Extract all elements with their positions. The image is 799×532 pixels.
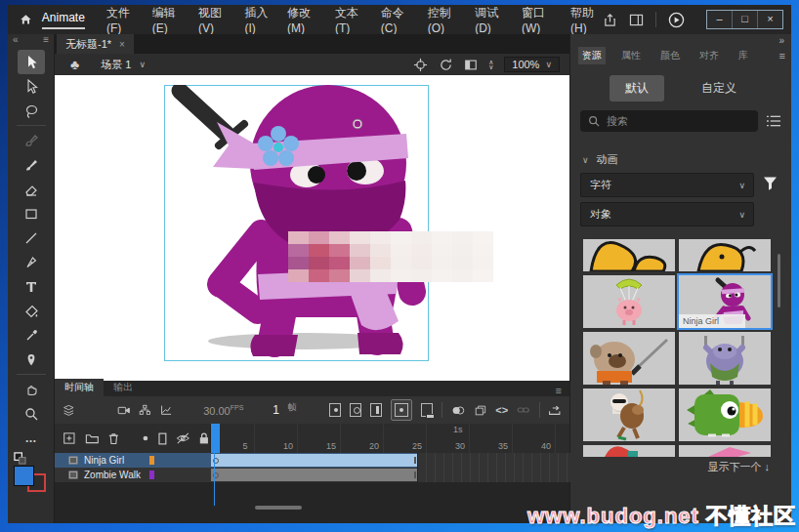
collapse-panel-icon[interactable]: «: [13, 34, 19, 50]
camera-icon[interactable]: [117, 404, 130, 417]
layer-color-chip[interactable]: [149, 456, 154, 465]
panel-collapse-icon[interactable]: »: [778, 35, 784, 46]
menu-insert[interactable]: 插入(I): [244, 5, 273, 35]
paint-bucket-tool[interactable]: [18, 299, 45, 323]
stage-canvas[interactable]: [55, 75, 569, 381]
layer-parenting-icon[interactable]: [139, 403, 151, 417]
menu-text[interactable]: 文本(T): [335, 5, 366, 35]
tools-menu-icon[interactable]: ≡: [43, 34, 49, 50]
more-tools-button[interactable]: …: [18, 426, 45, 450]
rotate-view-icon[interactable]: [439, 58, 453, 72]
menu-modify[interactable]: 修改(M): [287, 5, 320, 35]
delete-frame-icon[interactable]: [421, 403, 433, 417]
scene-breadcrumb[interactable]: 场景 1: [101, 58, 131, 72]
insert-blank-keyframe-icon[interactable]: [350, 403, 361, 417]
tab-align[interactable]: 对齐: [695, 47, 723, 64]
layer-color-chip[interactable]: [149, 471, 154, 479]
tab-timeline[interactable]: 时间轴: [55, 379, 104, 396]
delete-layer-icon[interactable]: [107, 431, 120, 445]
show-next-link[interactable]: 显示下一个 ↓: [707, 460, 770, 474]
line-tool[interactable]: [18, 225, 45, 250]
edit-symbols-icon[interactable]: ♣: [70, 57, 79, 72]
layer-name[interactable]: Ninja Girl: [84, 455, 124, 466]
zoom-stepper[interactable]: ∧∨: [488, 60, 493, 69]
asset-thumb-dog2[interactable]: [679, 239, 771, 271]
playhead[interactable]: [211, 424, 220, 453]
document-close-icon[interactable]: ×: [119, 39, 125, 50]
menu-window[interactable]: 窗口(W): [522, 5, 556, 35]
section-animation[interactable]: ∨ 动画: [582, 152, 618, 167]
home-icon[interactable]: [20, 13, 32, 26]
asset-warp-tool[interactable]: [18, 348, 45, 372]
menu-commands[interactable]: 命令(C): [381, 5, 413, 35]
graph-editor-icon[interactable]: [160, 403, 173, 417]
menu-view[interactable]: 视图(V): [198, 5, 230, 35]
onion-skin-icon[interactable]: [451, 404, 465, 417]
maximize-button[interactable]: □: [732, 11, 757, 28]
new-folder-icon[interactable]: [85, 432, 100, 444]
fps-display[interactable]: 30.00FPS: [203, 404, 243, 417]
insert-frame-icon[interactable]: [370, 403, 382, 417]
zoom-select[interactable]: 100% ∨: [504, 57, 560, 72]
share-icon[interactable]: [603, 13, 617, 27]
list-view-icon[interactable]: [766, 114, 781, 128]
quick-share-icon[interactable]: [668, 12, 685, 28]
mode-custom-button[interactable]: 自定义: [686, 75, 752, 102]
eyedropper-tool[interactable]: [18, 323, 45, 348]
workspace-icon[interactable]: [629, 14, 644, 26]
menu-file[interactable]: 文件(F): [106, 5, 138, 35]
asset-thumb-pink-partial[interactable]: [679, 445, 771, 457]
tab-output[interactable]: 输出: [104, 379, 143, 396]
highlight-layers-icon[interactable]: [142, 434, 149, 442]
tab-properties[interactable]: 属性: [617, 47, 645, 64]
onion-skin-outline-icon[interactable]: [475, 404, 487, 417]
hide-layers-icon[interactable]: [176, 432, 190, 444]
timeline-menu-icon[interactable]: ≡: [556, 385, 562, 396]
panel-scrollbar[interactable]: [778, 254, 780, 307]
outline-layers-icon[interactable]: [158, 432, 167, 445]
menu-edit[interactable]: 编辑(E): [152, 5, 184, 35]
mode-default-button[interactable]: 默认: [610, 75, 664, 102]
layer-row-zombie-walk[interactable]: Zombie Walk: [55, 468, 569, 482]
layer-row-ninja-girl[interactable]: Ninja Girl: [55, 453, 569, 468]
minimize-button[interactable]: –: [707, 11, 732, 28]
loop-playback-icon[interactable]: [548, 403, 561, 417]
selection-tool[interactable]: [18, 50, 45, 74]
ninja-character[interactable]: [164, 85, 427, 359]
filter-icon[interactable]: [762, 175, 778, 191]
menu-help[interactable]: 帮助(H): [570, 5, 603, 35]
asset-thumb-ninja-girl-selected[interactable]: Ninja Girl: [679, 275, 771, 328]
tab-assets[interactable]: 资源: [578, 47, 606, 64]
menu-debug[interactable]: 调试(D): [475, 5, 507, 35]
brush-tool[interactable]: [18, 152, 45, 177]
hand-tool[interactable]: [18, 377, 45, 401]
auto-keyframe-icon[interactable]: [391, 399, 412, 421]
asset-thumb-zombie-hippo[interactable]: [679, 332, 771, 385]
asset-thumb-green-bird[interactable]: [679, 389, 771, 441]
search-input[interactable]: 搜索: [580, 110, 758, 132]
new-layer-icon[interactable]: [63, 431, 76, 445]
tab-color[interactable]: 颜色: [656, 47, 684, 64]
rectangle-tool[interactable]: [18, 201, 45, 225]
zoom-tool[interactable]: [18, 401, 45, 426]
character-dropdown[interactable]: 字符 ∨: [580, 173, 754, 197]
layer-name[interactable]: Zombie Walk: [84, 470, 141, 480]
asset-thumb-girl-partial[interactable]: [583, 445, 675, 457]
asset-thumb-pig-parachute[interactable]: [583, 275, 675, 328]
asset-thumb-old-man-monkey[interactable]: [583, 389, 675, 441]
fluid-brush-tool[interactable]: [18, 128, 45, 152]
lasso-tool[interactable]: [18, 99, 45, 123]
frame-span-ninja[interactable]: [211, 454, 417, 467]
default-colors-icon[interactable]: [14, 452, 26, 465]
center-stage-icon[interactable]: [413, 58, 428, 72]
fill-color-swatch[interactable]: [14, 466, 34, 486]
current-frame[interactable]: 1: [273, 403, 279, 417]
menu-control[interactable]: 控制(O): [428, 5, 460, 35]
clip-stage-icon[interactable]: [464, 59, 478, 71]
timeline-h-scrollbar[interactable]: [255, 506, 302, 510]
subselection-tool[interactable]: [18, 74, 45, 99]
edit-multiple-frames-icon[interactable]: <>: [495, 404, 508, 416]
close-button[interactable]: ×: [757, 11, 782, 28]
layers-stack-icon[interactable]: [63, 403, 75, 418]
pen-tool[interactable]: [18, 250, 45, 274]
